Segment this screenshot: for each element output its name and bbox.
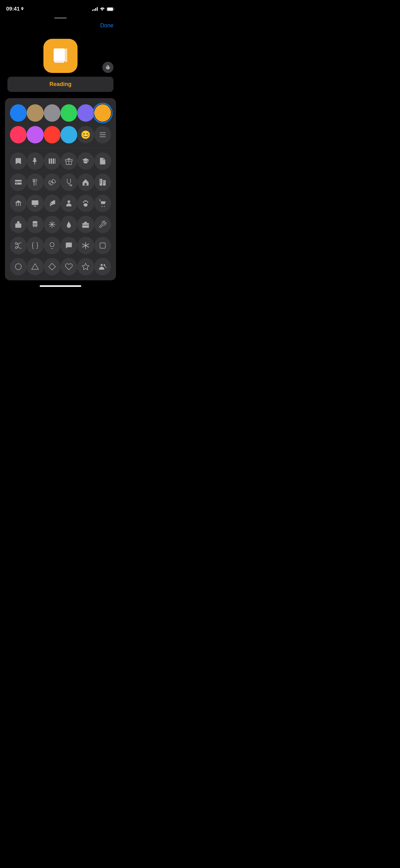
star-shape-icon — [81, 262, 90, 271]
svg-rect-28 — [100, 181, 101, 182]
svg-point-41 — [84, 200, 86, 202]
gift-icon-btn[interactable] — [61, 152, 77, 170]
monitor-icon-btn[interactable] — [27, 195, 43, 212]
svg-point-70 — [104, 264, 105, 266]
name-field[interactable]: Reading — [7, 77, 113, 92]
bag-icon-btn[interactable] — [10, 216, 27, 233]
books-icon-btn[interactable] — [44, 152, 61, 170]
color-orange[interactable] — [94, 104, 111, 122]
diamond-shape-btn[interactable] — [44, 258, 61, 275]
pills-icon-btn[interactable] — [44, 174, 61, 191]
wifi-icon — [100, 7, 105, 11]
message-icon — [65, 242, 73, 250]
color-blue[interactable] — [10, 104, 27, 122]
status-icons — [92, 7, 115, 11]
color-cyan[interactable] — [61, 126, 77, 144]
cart-icon — [99, 199, 107, 207]
signal-bars — [92, 7, 98, 11]
location-icon — [21, 7, 24, 11]
document-icon-btn[interactable] — [94, 152, 111, 170]
message-icon-btn[interactable] — [61, 237, 77, 254]
pin-icon-btn[interactable] — [27, 152, 43, 170]
svg-rect-8 — [100, 134, 106, 135]
building-icon-btn[interactable] — [94, 174, 111, 191]
svg-rect-35 — [32, 200, 39, 205]
bank-icon — [14, 199, 22, 207]
lightbulb-icon-btn[interactable] — [44, 237, 61, 254]
flame-icon — [65, 220, 73, 228]
svg-rect-33 — [18, 203, 19, 206]
done-button[interactable]: Done — [100, 22, 113, 29]
bank-icon-btn[interactable] — [10, 195, 27, 212]
svg-rect-24 — [85, 183, 87, 185]
lightbulb-icon — [48, 242, 56, 250]
svg-rect-29 — [100, 183, 101, 183]
briefcase-icon-btn[interactable] — [77, 216, 94, 233]
svg-point-22 — [70, 179, 71, 180]
svg-point-20 — [52, 179, 56, 183]
people-icon-btn[interactable] — [94, 258, 111, 275]
color-purple[interactable] — [77, 104, 94, 122]
braces-icon-btn[interactable] — [27, 237, 43, 254]
shortcut-icon-circle — [43, 39, 77, 73]
square-icon — [99, 242, 107, 250]
color-lavender[interactable] — [27, 126, 43, 144]
status-bar: 09:41 — [0, 0, 121, 15]
pills-icon — [48, 178, 56, 186]
creditcard-icon-btn[interactable] — [10, 174, 27, 191]
triangle-shape-btn[interactable] — [27, 258, 43, 275]
circle-shape-btn[interactable] — [10, 258, 27, 275]
asterisk-icon — [81, 242, 90, 250]
svg-point-48 — [34, 225, 35, 226]
color-gray[interactable] — [44, 104, 61, 122]
scissors-icon-btn[interactable] — [10, 237, 27, 254]
emoji-picker-button[interactable]: 😊 — [77, 126, 94, 144]
paw-icon-btn[interactable] — [77, 195, 94, 212]
train-icon-btn[interactable] — [27, 216, 43, 233]
cart-icon-btn[interactable] — [94, 195, 111, 212]
square-icon-btn[interactable] — [94, 237, 111, 254]
icon-row-5 — [10, 237, 111, 254]
svg-point-42 — [86, 200, 87, 202]
flame-icon-btn[interactable] — [61, 216, 77, 233]
svg-point-67 — [15, 264, 22, 270]
svg-rect-16 — [16, 183, 18, 184]
svg-rect-3 — [54, 49, 65, 62]
snowflake-icon-btn[interactable] — [44, 216, 61, 233]
person-icon-btn[interactable] — [61, 195, 77, 212]
stethoscope-icon-btn[interactable] — [61, 174, 77, 191]
status-time: 09:41 — [6, 6, 24, 12]
icon-list-button[interactable] — [94, 126, 111, 144]
snowflake-icon — [48, 220, 56, 228]
fork-knife-icon-btn[interactable] — [27, 174, 43, 191]
asterisk-icon-btn[interactable] — [77, 237, 94, 254]
icon-grid — [10, 152, 111, 275]
reset-button[interactable] — [102, 62, 113, 73]
svg-rect-2 — [107, 7, 113, 10]
leaf-icon-btn[interactable] — [44, 195, 61, 212]
svg-point-39 — [83, 202, 84, 203]
svg-marker-68 — [82, 263, 89, 270]
color-tan[interactable] — [27, 104, 43, 122]
sheet-handle — [0, 15, 121, 20]
icon-row-3 — [10, 195, 111, 212]
bookmark-icon-btn[interactable] — [10, 152, 27, 170]
color-pink[interactable] — [10, 126, 27, 144]
heart-shape-btn[interactable] — [61, 258, 77, 275]
person-icon — [65, 199, 73, 207]
battery-icon — [107, 7, 115, 11]
graduation-icon-btn[interactable] — [77, 152, 94, 170]
shortcut-name: Reading — [49, 81, 71, 87]
wrench-icon-btn[interactable] — [94, 216, 111, 233]
svg-point-38 — [68, 200, 70, 203]
color-red[interactable] — [44, 126, 61, 144]
house-icon-btn[interactable] — [77, 174, 94, 191]
star-shape-btn[interactable] — [77, 258, 94, 275]
svg-rect-11 — [51, 158, 52, 164]
svg-point-0 — [102, 10, 102, 11]
svg-rect-31 — [104, 183, 104, 183]
briefcase-icon — [81, 220, 90, 228]
svg-rect-66 — [100, 243, 105, 248]
paw-icon — [81, 199, 90, 207]
color-green[interactable] — [61, 104, 77, 122]
